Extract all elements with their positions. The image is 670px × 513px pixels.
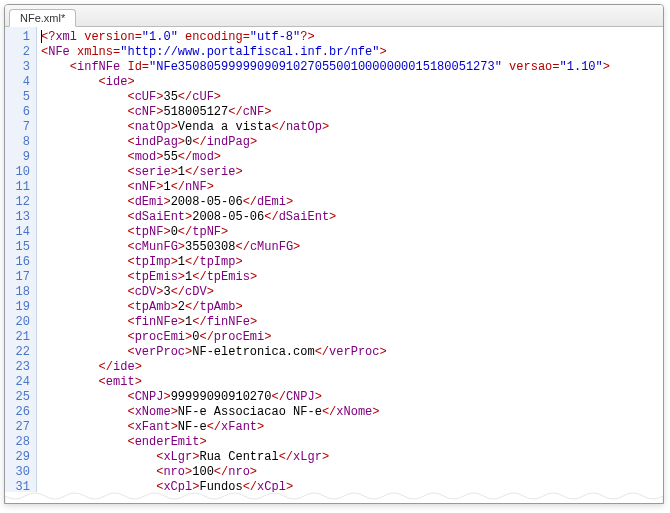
line-number: 27 <box>9 420 30 435</box>
code-line[interactable]: <NFe xmlns="http://www.portalfiscal.inf.… <box>41 45 659 60</box>
line-number: 7 <box>9 120 30 135</box>
code-line[interactable]: <dEmi>2008-05-06</dEmi> <box>41 195 659 210</box>
code-line[interactable]: <nro>100</nro> <box>41 465 659 480</box>
editor-window: NFe.xml* 1234567891011121314151617181920… <box>4 4 664 504</box>
line-number: 14 <box>9 225 30 240</box>
code-line[interactable]: <tpNF>0</tpNF> <box>41 225 659 240</box>
tab-bar: NFe.xml* <box>5 5 663 27</box>
line-number: 17 <box>9 270 30 285</box>
line-number: 29 <box>9 450 30 465</box>
code-line[interactable]: <verProc>NF-eletronica.com</verProc> <box>41 345 659 360</box>
code-line[interactable]: <procEmi>0</procEmi> <box>41 330 659 345</box>
code-area[interactable]: 1234567891011121314151617181920212223242… <box>5 27 663 503</box>
line-number: 19 <box>9 300 30 315</box>
code-line[interactable]: <CNPJ>99999090910270</CNPJ> <box>41 390 659 405</box>
line-number: 3 <box>9 60 30 75</box>
file-tab-label: NFe.xml* <box>20 12 65 24</box>
code-line[interactable]: <xFant>NF-e</xFant> <box>41 420 659 435</box>
code-line[interactable]: <cDV>3</cDV> <box>41 285 659 300</box>
code-line[interactable]: <finNFe>1</finNFe> <box>41 315 659 330</box>
line-number: 6 <box>9 105 30 120</box>
code-line[interactable]: <mod>55</mod> <box>41 150 659 165</box>
code-line[interactable]: <cMunFG>3550308</cMunFG> <box>41 240 659 255</box>
line-number: 22 <box>9 345 30 360</box>
code-lines[interactable]: <?xml version="1.0" encoding="utf-8"?><N… <box>37 27 663 503</box>
code-line[interactable]: <cUF>35</cUF> <box>41 90 659 105</box>
code-line[interactable]: <cNF>518005127</cNF> <box>41 105 659 120</box>
line-number: 10 <box>9 165 30 180</box>
line-number: 21 <box>9 330 30 345</box>
code-line[interactable]: <emit> <box>41 375 659 390</box>
code-line[interactable]: <enderEmit> <box>41 435 659 450</box>
line-number: 5 <box>9 90 30 105</box>
line-number: 18 <box>9 285 30 300</box>
line-number: 23 <box>9 360 30 375</box>
line-number: 13 <box>9 210 30 225</box>
file-tab[interactable]: NFe.xml* <box>9 9 76 27</box>
code-line[interactable]: <nNF>1</nNF> <box>41 180 659 195</box>
line-number: 30 <box>9 465 30 480</box>
code-line[interactable]: <indPag>0</indPag> <box>41 135 659 150</box>
line-number: 12 <box>9 195 30 210</box>
line-number: 9 <box>9 150 30 165</box>
code-line[interactable]: <serie>1</serie> <box>41 165 659 180</box>
code-line[interactable]: <tpImp>1</tpImp> <box>41 255 659 270</box>
code-line[interactable]: </ide> <box>41 360 659 375</box>
code-line[interactable]: <infNFe Id="NFe3508059999909091027055001… <box>41 60 659 75</box>
code-line[interactable]: <dSaiEnt>2008-05-06</dSaiEnt> <box>41 210 659 225</box>
torn-edge <box>5 492 663 503</box>
line-number: 15 <box>9 240 30 255</box>
code-line[interactable]: <?xml version="1.0" encoding="utf-8"?> <box>41 30 659 45</box>
code-line[interactable]: <tpAmb>2</tpAmb> <box>41 300 659 315</box>
line-number: 28 <box>9 435 30 450</box>
line-number: 20 <box>9 315 30 330</box>
line-number: 8 <box>9 135 30 150</box>
code-line[interactable]: <xNome>NF-e Associacao NF-e</xNome> <box>41 405 659 420</box>
line-number: 1 <box>9 30 30 45</box>
code-line[interactable]: <tpEmis>1</tpEmis> <box>41 270 659 285</box>
line-number-gutter: 1234567891011121314151617181920212223242… <box>5 27 37 503</box>
line-number: 4 <box>9 75 30 90</box>
line-number: 11 <box>9 180 30 195</box>
line-number: 2 <box>9 45 30 60</box>
code-line[interactable]: <ide> <box>41 75 659 90</box>
line-number: 25 <box>9 390 30 405</box>
code-line[interactable]: <natOp>Venda a vista</natOp> <box>41 120 659 135</box>
line-number: 26 <box>9 405 30 420</box>
line-number: 16 <box>9 255 30 270</box>
code-line[interactable]: <xLgr>Rua Central</xLgr> <box>41 450 659 465</box>
line-number: 24 <box>9 375 30 390</box>
